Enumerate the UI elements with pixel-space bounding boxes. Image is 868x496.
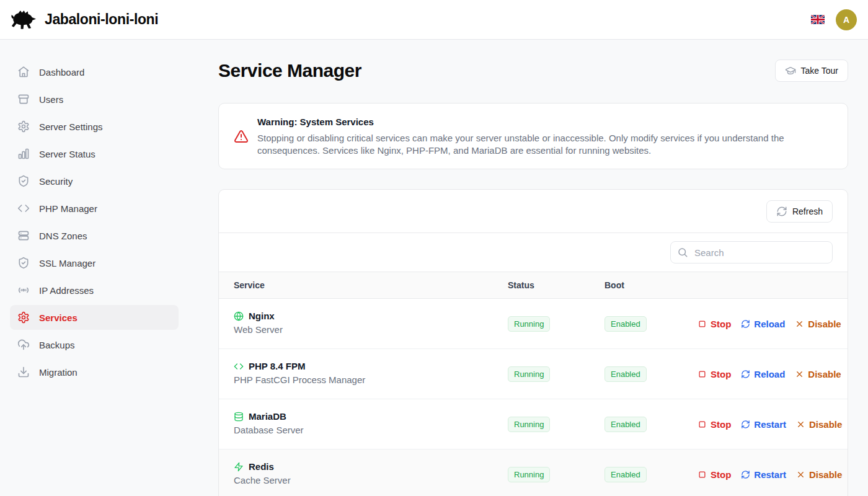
code-icon [17,202,30,215]
sidebar-item-label: Server Status [39,149,95,159]
x-icon [795,370,804,379]
sidebar-item-label: SSL Manager [39,258,95,268]
sidebar-item-label: Services [39,312,78,323]
status-badge: Running [508,316,550,332]
restart-button[interactable]: Restart [741,469,786,480]
bar-chart-icon [17,148,30,160]
brand: Jabaloni-loni-loni [10,9,158,31]
home-icon [17,66,30,78]
sidebar: Dashboard Users Server Settings Server S… [0,40,188,496]
refresh-label: Refresh [792,206,823,216]
service-description: Database Server [234,423,508,437]
sidebar-item-dns-zones[interactable]: DNS Zones [10,223,179,248]
sidebar-item-label: Security [39,176,73,187]
stop-square-icon [698,470,707,479]
sidebar-item-label: Server Settings [39,122,103,132]
sidebar-item-users[interactable]: Users [10,87,179,112]
stop-button[interactable]: Stop [698,469,731,480]
table-row: MariaDB Database Server Running Enabled … [219,399,848,450]
archive-box-icon [17,93,30,105]
avatar[interactable]: A [836,9,857,30]
top-bar: Jabaloni-loni-loni A [0,0,868,40]
sidebar-item-label: Migration [39,367,78,378]
stop-square-icon [698,319,707,329]
sidebar-item-services[interactable]: Services [10,305,179,330]
boar-icon [10,9,38,31]
disable-button[interactable]: Disable [796,469,842,480]
main-content: Service Manager Take Tour Warning: Syste… [188,40,868,496]
sidebar-item-dashboard[interactable]: Dashboard [10,60,179,84]
sidebar-item-backups[interactable]: Backups [10,332,179,357]
graduation-cap-icon [785,65,796,76]
code-icon [234,361,244,371]
column-status: Status [508,280,604,290]
restart-button[interactable]: Restart [741,419,786,430]
service-name: MariaDB [249,411,286,422]
disable-button[interactable]: Disable [796,419,842,430]
broadcast-icon [17,284,30,296]
sidebar-item-ssl-manager[interactable]: SSL Manager [10,250,179,275]
table-row: Redis Cache Server Running Enabled Stop … [219,450,848,496]
table-header: Service Status Boot [219,272,848,299]
boot-badge: Enabled [604,316,647,332]
reload-button[interactable]: Reload [741,369,785,379]
warning-banner: Warning: System Services Stopping or dis… [218,103,848,169]
column-boot: Boot [604,280,698,290]
status-badge: Running [508,467,550,482]
stop-square-icon [698,420,707,429]
service-description: PHP FastCGI Process Manager [234,373,508,387]
cloud-upload-icon [17,339,30,351]
warning-body: Stopping or disabling critical services … [257,132,815,157]
gear-icon [17,311,30,324]
stop-button[interactable]: Stop [698,419,731,430]
gear-icon [17,120,30,133]
status-badge: Running [508,417,550,432]
search-icon [677,247,688,258]
refresh-icon [776,206,787,217]
status-badge: Running [508,366,550,382]
search-row [219,233,848,272]
sidebar-item-label: PHP Manager [39,203,97,214]
take-tour-button[interactable]: Take Tour [775,60,848,82]
database-icon [234,412,244,422]
reload-button[interactable]: Reload [741,319,785,329]
search-input[interactable] [670,241,833,264]
refresh-icon [741,470,750,479]
boot-badge: Enabled [604,467,647,482]
sidebar-item-security[interactable]: Security [10,169,179,193]
shield-check-icon [17,175,30,187]
stop-button[interactable]: Stop [698,319,731,329]
uk-flag-icon[interactable] [811,15,825,24]
sidebar-item-label: DNS Zones [39,231,87,241]
column-service: Service [234,280,508,290]
server-stack-icon [17,229,30,242]
boot-badge: Enabled [604,417,647,432]
sidebar-item-label: Users [39,94,63,105]
sidebar-item-migration[interactable]: Migration [10,360,179,384]
services-panel: Refresh Service Status Boot [218,189,848,496]
service-name: Nginx [249,311,275,321]
disable-button[interactable]: Disable [795,319,841,329]
service-name: Redis [249,461,274,472]
refresh-button[interactable]: Refresh [766,200,833,223]
triangle-alert-icon [234,129,249,144]
stop-square-icon [698,370,707,379]
page-title: Service Manager [218,60,361,82]
sidebar-item-server-status[interactable]: Server Status [10,141,179,166]
service-description: Cache Server [234,474,508,487]
app-title: Jabaloni-loni-loni [45,11,158,28]
stop-button[interactable]: Stop [698,369,731,379]
sidebar-item-ip-addresses[interactable]: IP Addresses [10,278,179,303]
table-row: Nginx Web Server Running Enabled Stop Re… [219,299,848,349]
download-icon [17,366,30,378]
x-icon [795,319,804,329]
sidebar-item-server-settings[interactable]: Server Settings [10,114,179,139]
x-icon [796,420,805,429]
warning-title: Warning: System Services [257,115,815,129]
sidebar-item-label: Backups [39,340,75,350]
refresh-icon [741,420,750,429]
sidebar-item-php-manager[interactable]: PHP Manager [10,196,179,221]
boot-badge: Enabled [604,366,647,382]
refresh-icon [741,319,750,329]
disable-button[interactable]: Disable [795,369,841,379]
